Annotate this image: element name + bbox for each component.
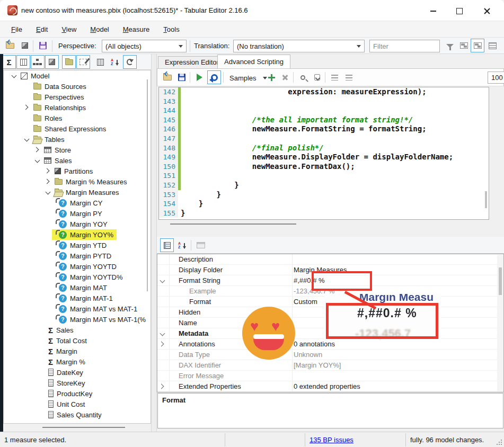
tree-item-partitions[interactable]: Partitions	[4, 166, 151, 176]
show-folders-toggle[interactable]	[62, 55, 76, 69]
tree-item-storekey[interactable]: StoreKey	[4, 378, 151, 388]
tree-item-sales[interactable]: Sales	[4, 155, 151, 166]
show-hierarchies-toggle[interactable]	[31, 55, 45, 69]
property-row-error-message[interactable]: Error Message	[157, 371, 503, 381]
tree-item-margin-measures[interactable]: Margin % Measures	[4, 176, 151, 187]
show-partitions-toggle[interactable]	[45, 55, 59, 69]
minimize-button[interactable]	[421, 4, 445, 18]
tree-item-unit-cost[interactable]: Unit Cost	[4, 399, 151, 409]
tree-item-margin-yoytd[interactable]: Margin YOYTD%	[4, 272, 151, 282]
property-value[interactable]: Unknown	[294, 351, 322, 359]
property-value[interactable]: 0 extended properties	[294, 382, 360, 390]
deploy-button[interactable]	[18, 39, 32, 52]
chevron-down-icon[interactable]	[160, 330, 166, 337]
menu-tools[interactable]: Tools	[157, 24, 185, 35]
show-info-toggle[interactable]	[123, 55, 137, 69]
run-script-button[interactable]	[192, 70, 206, 84]
show-columns-toggle[interactable]	[16, 55, 30, 69]
zoom-select[interactable]: 100 %	[488, 71, 504, 84]
grouped-view-button[interactable]	[471, 39, 484, 52]
tree-item-margin[interactable]: Margin	[4, 346, 151, 356]
pane-splitter[interactable]	[151, 54, 157, 432]
save-button[interactable]	[36, 39, 50, 52]
tree-item-margin-mat[interactable]: Margin MAT	[4, 282, 151, 293]
open-script-button[interactable]	[161, 70, 174, 84]
property-pages-button[interactable]	[194, 238, 208, 252]
categorized-button[interactable]	[160, 238, 174, 252]
tree-item-margin-ytd[interactable]: Margin YTD	[4, 240, 151, 251]
menu-edit[interactable]: Edit	[30, 24, 54, 35]
tree-item-productkey[interactable]: ProductKey	[4, 388, 151, 399]
list-view-button[interactable]	[485, 39, 499, 52]
property-vertical-scrollbar[interactable]	[497, 255, 503, 391]
tree-item-sales[interactable]: Sales	[4, 325, 151, 335]
tree-item-shared-expressions[interactable]: Shared Expressions	[4, 123, 151, 134]
save-script-button[interactable]	[175, 70, 189, 84]
menu-file[interactable]: File	[5, 24, 28, 35]
code-editor[interactable]: 142 expression: measureExpression);14314…	[158, 87, 489, 220]
undo-button[interactable]	[207, 70, 221, 84]
property-row-description[interactable]: Description	[157, 254, 503, 265]
resize-grip[interactable]	[497, 440, 502, 445]
show-measures-toggle[interactable]	[2, 55, 16, 69]
filter-button[interactable]	[443, 39, 457, 52]
tree-item-margin[interactable]: Margin %	[4, 356, 151, 367]
flat-view-button[interactable]	[457, 39, 471, 52]
chevron-right-icon[interactable]	[160, 383, 166, 390]
tree-item-margin-yoytd[interactable]: Margin YOYTD	[4, 261, 151, 272]
tree-item-store[interactable]: Store	[4, 145, 151, 155]
tree-item-tables[interactable]: Tables	[4, 134, 151, 145]
show-object-columns-button[interactable]	[93, 55, 107, 69]
tree-item-total-cost[interactable]: Total Cost	[4, 335, 151, 346]
chevron-down-icon[interactable]	[160, 278, 166, 284]
tree-item-model[interactable]: Model	[4, 70, 151, 81]
delete-sample-button[interactable]	[278, 70, 292, 84]
tree-horizontal-scrollbar[interactable]	[3, 424, 151, 431]
menu-view[interactable]: View	[56, 24, 82, 35]
property-row-data-type[interactable]: Data TypeUnknown	[157, 350, 503, 360]
menu-measure[interactable]: Measure	[117, 24, 156, 35]
find-button[interactable]	[296, 70, 310, 84]
code-vertical-scrollbar[interactable]	[485, 191, 487, 208]
indent-button[interactable]	[342, 70, 356, 84]
sort-alphabetical-button[interactable]	[108, 55, 121, 69]
tree-item-perspectives[interactable]: Perspectives	[4, 92, 151, 102]
close-button[interactable]	[475, 4, 499, 18]
show-expressions-toggle[interactable]	[76, 55, 90, 69]
tree-vertical-scrollbar[interactable]	[147, 79, 148, 291]
bp-issues-link[interactable]: 135 BP issues	[310, 436, 353, 444]
tree-item-margin-yoy[interactable]: Margin YOY%	[4, 229, 151, 240]
filter-input[interactable]	[369, 40, 440, 52]
tab-advanced-scripting[interactable]: Advanced Scripting	[217, 55, 290, 68]
tree-item-margin-cy[interactable]: Margin CY	[4, 198, 151, 208]
tree-item-roles[interactable]: Roles	[4, 113, 151, 123]
goto-button[interactable]	[310, 70, 324, 84]
code-horizontal-scrollbar[interactable]	[158, 221, 489, 228]
property-row-extended-properties[interactable]: Extended Properties0 extended properties	[157, 381, 503, 392]
tree-item-margin-mat-vs-mat-1[interactable]: Margin MAT vs MAT-1	[4, 303, 151, 314]
tree-item-relationships[interactable]: Relationships	[4, 102, 151, 113]
open-file-button[interactable]	[3, 39, 17, 52]
tree-item-data-sources[interactable]: Data Sources	[4, 81, 151, 92]
perspective-select[interactable]: (All objects)	[102, 40, 187, 52]
tree-item-datekey[interactable]: DateKey	[4, 367, 151, 378]
tree-item-sales-quantity[interactable]: Sales Quantity	[4, 409, 151, 420]
samples-dropdown[interactable]: Samples	[226, 71, 270, 84]
add-sample-button[interactable]	[264, 70, 278, 84]
tree-item-margin-pytd[interactable]: Margin PYTD	[4, 251, 151, 261]
tree-item-margin-mat-1[interactable]: Margin MAT-1	[4, 293, 151, 303]
property-value[interactable]: Custom	[294, 298, 317, 306]
tree-item-margin-py[interactable]: Margin PY	[4, 208, 151, 219]
tree-item-margin-yoy[interactable]: Margin YOY	[4, 219, 151, 229]
tree-item-margin-mat-vs-mat-1[interactable]: Margin MAT vs MAT-1(%	[4, 314, 151, 325]
chevron-right-icon[interactable]	[160, 341, 166, 347]
property-row-dax-identifier[interactable]: DAX Identifier[Margin YOY%]	[157, 360, 503, 371]
property-value[interactable]: [Margin YOY%]	[294, 361, 341, 369]
outdent-button[interactable]	[328, 70, 341, 84]
menu-model[interactable]: Model	[84, 24, 114, 35]
tab-expression-editor[interactable]: Expression Editor	[158, 56, 226, 68]
alphabetical-button[interactable]	[175, 238, 189, 252]
translation-select[interactable]: (No translation)	[233, 40, 365, 52]
tree-item-margin-measures[interactable]: Margin Measures	[4, 187, 151, 198]
maximize-button[interactable]	[448, 4, 471, 18]
